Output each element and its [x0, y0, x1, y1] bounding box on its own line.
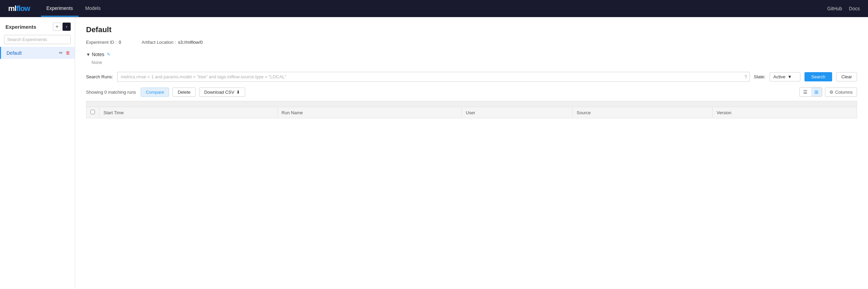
logo-flow: flow [16, 4, 30, 13]
table-group-cell [86, 101, 857, 107]
grid-view-button[interactable]: ⊞ [811, 88, 822, 96]
runs-table: Start Time Run Name User Source Version [86, 101, 857, 118]
state-dropdown[interactable]: Active ▼ [770, 72, 800, 81]
delete-experiment-button[interactable]: 🗑 [65, 50, 71, 56]
add-experiment-button[interactable]: + [53, 23, 61, 31]
nav-right: GitHub Docs [827, 6, 860, 11]
nav-links: Experiments Models [41, 1, 827, 17]
delete-runs-button[interactable]: Delete [172, 88, 196, 97]
sidebar-header-actions: + ‹ [53, 23, 71, 31]
table-header: Start Time Run Name User Source Version [86, 101, 857, 118]
search-experiments-input[interactable] [4, 35, 71, 44]
edit-experiment-button[interactable]: ✏ [58, 50, 64, 56]
search-runs-label: Search Runs: [86, 74, 113, 79]
experiment-id-label: Experiment ID : [86, 40, 117, 45]
clear-button[interactable]: Clear [836, 72, 857, 81]
columns-label: Columns [835, 90, 853, 95]
sidebar-item-label: Default [6, 50, 58, 56]
download-csv-button[interactable]: Download CSV ⬇ [199, 88, 245, 97]
search-runs-input-wrap: ? [117, 72, 750, 82]
artifact-location-item: Artifact Location : s3://mlflow/0 [142, 40, 203, 45]
toolbar-left: Showing 0 matching runs Compare Delete D… [86, 88, 245, 97]
download-csv-label: Download CSV [204, 90, 234, 95]
search-runs-row: Search Runs: ? State: Active ▼ Search Cl… [86, 72, 857, 82]
select-all-checkbox[interactable] [90, 110, 95, 114]
page-title: Default [86, 25, 857, 34]
version-header: Version [712, 107, 857, 118]
notes-title: Notes [92, 52, 104, 57]
nav-docs[interactable]: Docs [849, 6, 860, 11]
user-header: User [462, 107, 573, 118]
experiment-meta: Experiment ID : 0 Artifact Location : s3… [86, 40, 857, 45]
list-view-button[interactable]: ☰ [800, 88, 811, 96]
search-help-icon[interactable]: ? [744, 74, 747, 80]
sidebar-item-default[interactable]: Default ✏ 🗑 [0, 47, 75, 59]
columns-button[interactable]: ⚙ Columns [825, 88, 857, 97]
toolbar-row: Showing 0 matching runs Compare Delete D… [86, 87, 857, 97]
download-icon: ⬇ [236, 90, 240, 95]
sidebar-collapse-button[interactable]: ‹ [62, 23, 71, 31]
notes-toggle-button[interactable]: ▼ Notes [86, 52, 104, 57]
main-layout: Experiments + ‹ Default ✏ 🗑 Default Expe… [0, 17, 868, 289]
state-value: Active [773, 74, 785, 79]
checkbox-col-header [86, 107, 99, 118]
nav-models[interactable]: Models [80, 1, 106, 17]
columns-icon: ⚙ [829, 90, 834, 95]
nav-experiments[interactable]: Experiments [41, 1, 79, 17]
experiment-id-item: Experiment ID : 0 [86, 40, 121, 45]
table-header-row: Start Time Run Name User Source Version [86, 107, 857, 118]
state-dropdown-arrow: ▼ [787, 74, 792, 79]
sidebar-header: Experiments + ‹ [0, 17, 75, 34]
run-name-header: Run Name [277, 107, 461, 118]
toolbar-right: ☰ ⊞ ⚙ Columns [799, 87, 857, 97]
compare-button[interactable]: Compare [141, 88, 169, 97]
artifact-location-value: s3://mlflow/0 [178, 40, 202, 45]
experiment-id-value: 0 [119, 40, 121, 45]
state-label: State: [754, 74, 766, 79]
logo-ml: ml [8, 4, 16, 13]
logo: mlflow [8, 4, 30, 13]
sidebar: Experiments + ‹ Default ✏ 🗑 [0, 17, 75, 289]
notes-toggle-arrow: ▼ [86, 52, 90, 57]
start-time-header: Start Time [99, 107, 278, 118]
notes-edit-button[interactable]: ✎ [107, 52, 110, 57]
table-group-row [86, 101, 857, 107]
nav-github[interactable]: GitHub [827, 6, 842, 11]
sidebar-title: Experiments [5, 24, 36, 30]
artifact-location-label: Artifact Location : [142, 40, 176, 45]
notes-section: ▼ Notes ✎ None [86, 52, 857, 65]
view-toggle: ☰ ⊞ [799, 87, 822, 97]
sidebar-search [0, 34, 75, 47]
top-nav: mlflow Experiments Models GitHub Docs [0, 0, 868, 17]
search-button[interactable]: Search [804, 72, 832, 81]
notes-header: ▼ Notes ✎ [86, 52, 857, 57]
notes-content: None [86, 60, 857, 65]
content: Default Experiment ID : 0 Artifact Locat… [75, 17, 868, 289]
matching-runs-text: Showing 0 matching runs [86, 90, 136, 95]
search-runs-input[interactable] [117, 72, 750, 82]
sidebar-item-actions: ✏ 🗑 [58, 50, 71, 56]
source-header: Source [572, 107, 712, 118]
